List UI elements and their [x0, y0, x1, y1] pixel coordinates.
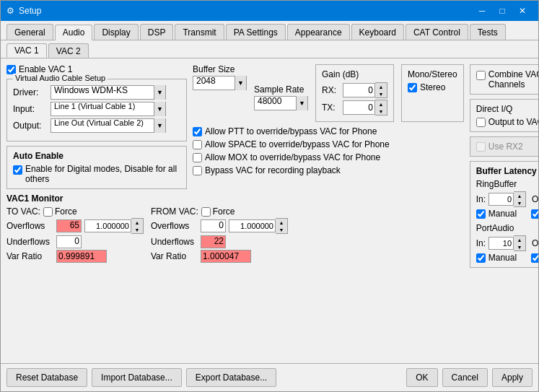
output-to-vac-input[interactable]: [476, 118, 486, 127]
tab-transmit[interactable]: Transmit: [175, 24, 224, 40]
multiplier-to-input[interactable]: 1.000000: [84, 219, 131, 232]
tab-display[interactable]: Display: [94, 24, 138, 40]
input-arrow[interactable]: ▼: [154, 102, 165, 116]
gain-tx-spin[interactable]: ▲ ▼: [343, 100, 387, 116]
sub-tab-vac2[interactable]: VAC 2: [48, 43, 89, 58]
space-input[interactable]: [193, 140, 202, 149]
use-rx2-input[interactable]: [476, 142, 486, 152]
gain-tx-down[interactable]: ▼: [375, 108, 387, 115]
port-audio-title: PortAudio: [476, 223, 538, 233]
output-arrow[interactable]: ▼: [154, 118, 165, 133]
gain-title: Gain (dB): [322, 69, 387, 79]
import-database-button[interactable]: Import Database...: [92, 368, 182, 387]
gain-tx-input[interactable]: [343, 100, 375, 115]
buffer-size-dropdown[interactable]: 2048 ▼: [193, 76, 247, 90]
enable-vac-checkbox[interactable]: Enable VAC 1: [6, 64, 187, 74]
tab-tests[interactable]: Tests: [470, 24, 506, 40]
driver-row: Driver: Windows WDM-KS ▼: [13, 85, 180, 100]
bypass-checkbox[interactable]: Bypass VAC for recording playback: [193, 165, 464, 175]
vac-monitor-cols: TO VAC: Force Overflows 65 1.000: [6, 206, 187, 264]
direct-iq-section: Direct I/Q Output to VAC: [470, 99, 538, 132]
title-bar-controls: ─ □ ✕: [472, 4, 533, 18]
stereo-checkbox[interactable]: Stereo: [408, 82, 457, 92]
ring-in-up[interactable]: ▲: [514, 192, 525, 199]
pa-manual-out-check[interactable]: Manual: [531, 253, 538, 263]
tab-dsp[interactable]: DSP: [140, 24, 174, 40]
ring-in-spin[interactable]: ▲ ▼: [488, 191, 526, 207]
use-rx2-checkbox[interactable]: Use RX2: [476, 141, 538, 152]
multiplier-to-down[interactable]: ▼: [131, 226, 143, 233]
cancel-button[interactable]: Cancel: [442, 368, 488, 387]
output-to-vac-checkbox[interactable]: Output to VAC: [476, 117, 538, 127]
multiplier-to-up[interactable]: ▲: [131, 219, 143, 226]
minimize-button[interactable]: ─: [472, 4, 492, 18]
bypass-input[interactable]: [193, 166, 202, 175]
ring-in-input[interactable]: [488, 193, 514, 206]
overflows-to-value: 65: [56, 219, 82, 232]
apply-button[interactable]: Apply: [492, 368, 533, 387]
vac-checkboxes: Allow PTT to override/bypass VAC for Pho…: [193, 126, 464, 175]
driver-arrow[interactable]: ▼: [154, 85, 165, 100]
buffer-size-section: Buffer Size 2048 ▼: [193, 64, 247, 122]
app-icon: ⚙: [6, 6, 14, 16]
pa-in-input[interactable]: [488, 237, 514, 250]
auto-enable-checkbox[interactable]: Enable for Digital modes, Disable for al…: [13, 164, 180, 184]
ring-manual-in-input[interactable]: [476, 209, 486, 219]
var-ratio-to-input[interactable]: 0.999891: [56, 250, 107, 263]
gain-tx-up[interactable]: ▲: [375, 100, 387, 108]
pa-in-down[interactable]: ▼: [514, 243, 525, 251]
tab-keyboard[interactable]: Keyboard: [351, 24, 404, 40]
maximize-button[interactable]: □: [492, 4, 512, 18]
ring-manual-out-input[interactable]: [531, 209, 538, 219]
tab-cat-control[interactable]: CAT Control: [406, 24, 468, 40]
space-checkbox[interactable]: Allow SPACE to override/bypass VAC for P…: [193, 139, 464, 149]
to-vac-force-input[interactable]: [43, 207, 53, 217]
ptt-checkbox[interactable]: Allow PTT to override/bypass VAC for Pho…: [193, 126, 464, 136]
ok-button[interactable]: OK: [406, 368, 437, 387]
ptt-input[interactable]: [193, 127, 202, 136]
tab-pa-settings[interactable]: PA Settings: [226, 24, 286, 40]
vac-monitor-title: VAC1 Monitor: [6, 193, 187, 204]
sample-rate-dropdown[interactable]: 48000 ▼: [254, 96, 308, 110]
buffer-latency-title: Buffer Latency (ms): [476, 166, 538, 176]
close-button[interactable]: ✕: [512, 4, 533, 18]
combine-vac-checkbox[interactable]: Combine VAC Input Channels: [476, 69, 538, 90]
pa-manual-in-input[interactable]: [476, 253, 486, 263]
mox-input[interactable]: [193, 153, 202, 162]
tab-general[interactable]: General: [6, 24, 53, 40]
tab-appearance[interactable]: Appearance: [287, 24, 350, 40]
title-bar-left: ⚙ Setup: [6, 6, 41, 16]
ring-manual-in-check[interactable]: Manual: [476, 209, 517, 219]
auto-enable-input[interactable]: [13, 165, 22, 175]
tab-audio[interactable]: Audio: [55, 25, 93, 40]
sub-tab-vac1[interactable]: VAC 1: [6, 43, 47, 58]
stereo-input[interactable]: [408, 83, 417, 92]
ring-in-spinbtns: ▲ ▼: [514, 191, 526, 207]
export-database-button[interactable]: Export Database...: [186, 368, 276, 387]
combine-vac-section: Combine VAC Input Channels: [470, 64, 538, 95]
to-vac-force-check[interactable]: Force: [43, 206, 77, 217]
combine-vac-input[interactable]: [476, 71, 486, 80]
enable-vac-input[interactable]: [6, 65, 16, 74]
gain-rx-down[interactable]: ▼: [375, 90, 387, 97]
gain-rx-up[interactable]: ▲: [375, 83, 387, 90]
gain-rx-spin[interactable]: ▲ ▼: [343, 82, 387, 98]
pa-in-up[interactable]: ▲: [514, 236, 525, 243]
buffer-size-arrow[interactable]: ▼: [235, 76, 246, 90]
ring-in-down[interactable]: ▼: [514, 199, 525, 206]
buffer-size-value: 2048: [193, 76, 235, 90]
reset-database-button[interactable]: Reset Database: [6, 368, 87, 387]
output-select[interactable]: Line Out (Virtual Cable 2) ▼: [51, 118, 166, 133]
mox-checkbox[interactable]: Allow MOX to override/bypass VAC for Pho…: [193, 152, 464, 162]
ring-buffer-title: RingBuffer: [476, 179, 538, 189]
ring-manual-out-check[interactable]: Manual: [531, 209, 538, 219]
pa-manual-out-input[interactable]: [531, 253, 538, 263]
sample-rate-arrow[interactable]: ▼: [296, 96, 307, 110]
multiplier-to-spin[interactable]: 1.000000 ▲ ▼: [84, 218, 144, 234]
pa-manual-in-check[interactable]: Manual: [476, 253, 517, 263]
pa-in-spin[interactable]: ▲ ▼: [488, 235, 526, 251]
input-select[interactable]: Line 1 (Virtual Cable 1) ▼: [51, 102, 166, 116]
driver-select[interactable]: Windows WDM-KS ▼: [51, 85, 166, 100]
underflows-to-label: Underflows: [6, 237, 53, 247]
gain-rx-input[interactable]: [343, 83, 375, 97]
